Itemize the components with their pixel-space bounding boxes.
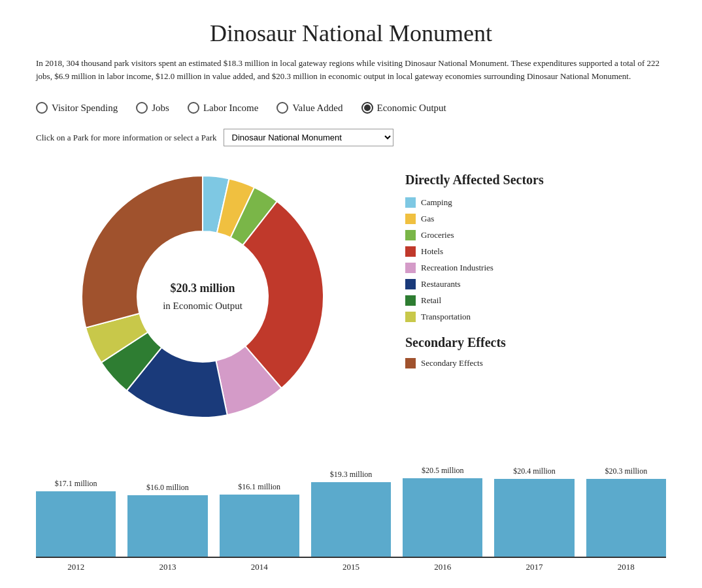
legend-color-box: [405, 246, 416, 257]
year-label-2013: 2013: [127, 558, 207, 572]
bar-element: [36, 491, 116, 557]
legend-secondary-color-box: [405, 358, 416, 368]
bar-group-2018: $20.3 million: [586, 466, 666, 557]
bar-chart-section: $17.1 million$16.0 million$16.1 million$…: [0, 453, 702, 585]
bar-element: [494, 479, 574, 557]
radio-visitor-spending[interactable]: Visitor Spending: [36, 102, 118, 114]
legend-item-label: Restaurants: [421, 279, 461, 289]
legend-item-transportation: Transportation: [405, 312, 682, 322]
radio-label-labor-income: Labor Income: [203, 103, 259, 114]
bar-element: [127, 495, 207, 557]
year-label-2017: 2017: [494, 558, 574, 572]
bar-group-2017: $20.4 million: [494, 466, 574, 557]
legend-item-label: Retail: [421, 295, 441, 306]
radio-circle-economic-output: [361, 102, 373, 114]
bar-element: [220, 495, 299, 557]
year-label-2016: 2016: [403, 558, 482, 572]
legend-color-box: [405, 230, 416, 240]
radio-circle-labor-income: [188, 102, 199, 114]
radio-label-visitor-spending: Visitor Spending: [52, 103, 118, 114]
legend-item-label: Camping: [421, 197, 452, 208]
legend-color-box: [405, 214, 416, 224]
bar-value-label: $17.1 million: [55, 479, 97, 489]
legend-item-restaurants: Restaurants: [405, 279, 682, 289]
bar-value-label: $20.4 million: [513, 466, 556, 476]
description-text: In 2018, 304 thousand park visitors spen…: [0, 57, 702, 95]
bar-group-2013: $16.0 million: [127, 483, 207, 557]
radio-label-jobs: Jobs: [152, 103, 169, 114]
main-content: $20.3 million in Economic Output Directl…: [0, 153, 702, 434]
legend-item-gas: Gas: [405, 214, 682, 224]
legend-item-recreation-industries: Recreation Industries: [405, 263, 682, 273]
legend-secondary-item-secondary-effects: Secondary Effects: [405, 358, 682, 368]
radio-label-value-added: Value Added: [292, 103, 343, 114]
radio-circle-visitor-spending: [36, 102, 48, 114]
bar-group-2014: $16.1 million: [220, 482, 299, 557]
chart-area: $20.3 million in Economic Output: [20, 159, 386, 434]
year-label-2015: 2015: [311, 558, 391, 572]
legend-item-label: Recreation Industries: [421, 263, 493, 273]
radio-label-economic-output: Economic Output: [377, 103, 446, 114]
park-selector-row: Click on a Park for more information or …: [0, 123, 702, 153]
bar-chart: $17.1 million$16.0 million$16.1 million$…: [36, 473, 666, 558]
radio-jobs[interactable]: Jobs: [136, 102, 169, 114]
donut-chart: $20.3 million in Economic Output: [65, 159, 340, 434]
legend-item-label: Hotels: [421, 246, 443, 257]
radio-value-added[interactable]: Value Added: [276, 102, 343, 114]
bar-value-label: $16.1 million: [238, 482, 280, 492]
bar-value-label: $20.3 million: [605, 466, 647, 476]
legend-item-hotels: Hotels: [405, 246, 682, 257]
page-title: Dinosaur National Monument: [0, 0, 702, 57]
bar-group-2015: $19.3 million: [311, 470, 391, 557]
year-label-2014: 2014: [220, 558, 299, 572]
legend-color-box: [405, 279, 416, 289]
bar-element: [403, 478, 482, 557]
legend-color-box: [405, 197, 416, 208]
legend-items: CampingGasGroceriesHotelsRecreation Indu…: [405, 197, 682, 322]
legend-item-label: Transportation: [421, 312, 471, 322]
legend-color-box: [405, 263, 416, 273]
legend-item-retail: Retail: [405, 295, 682, 306]
year-label-2018: 2018: [586, 558, 666, 572]
legend-area: Directly Affected Sectors CampingGasGroc…: [386, 159, 682, 374]
legend-item-label: Groceries: [421, 230, 454, 240]
bar-value-label: $19.3 million: [330, 470, 373, 480]
radio-circle-jobs: [136, 102, 148, 114]
metric-radio-group: Visitor SpendingJobsLabor IncomeValue Ad…: [0, 95, 702, 123]
legend-color-box: [405, 295, 416, 306]
year-labels: 2012201320142015201620172018: [36, 558, 666, 572]
park-selector-dropdown[interactable]: Dinosaur National Monument: [224, 129, 393, 146]
donut-segment-secondary-effects: [82, 176, 203, 328]
radio-circle-value-added: [276, 102, 288, 114]
legend-directly-affected-title: Directly Affected Sectors: [405, 172, 682, 188]
radio-labor-income[interactable]: Labor Income: [188, 102, 259, 114]
legend-secondary-item-label: Secondary Effects: [421, 358, 483, 368]
year-label-2012: 2012: [36, 558, 116, 572]
radio-economic-output[interactable]: Economic Output: [361, 102, 446, 114]
bar-group-2012: $17.1 million: [36, 479, 116, 557]
bar-element: [586, 479, 666, 557]
bar-group-2016: $20.5 million: [403, 466, 482, 557]
bar-value-label: $16.0 million: [146, 483, 189, 493]
bar-element: [311, 482, 391, 557]
legend-color-box: [405, 312, 416, 322]
legend-item-label: Gas: [421, 214, 434, 224]
park-selector-label: Click on a Park for more information or …: [36, 133, 217, 143]
legend-item-camping: Camping: [405, 197, 682, 208]
legend-secondary-items: Secondary Effects: [405, 358, 682, 368]
legend-secondary-title: Secondary Effects: [405, 335, 682, 350]
bar-value-label: $20.5 million: [422, 466, 464, 476]
legend-item-groceries: Groceries: [405, 230, 682, 240]
